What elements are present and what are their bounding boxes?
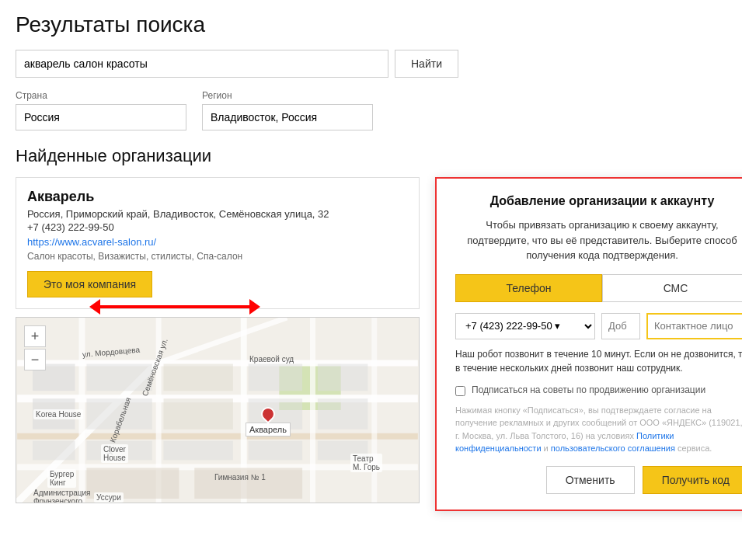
add-org-dialog: ✕ Добавление организации к аккаунту Чтоб… — [435, 177, 742, 511]
svg-rect-20 — [249, 364, 302, 391]
phone-select[interactable]: +7 (423) 222-99-50 ▾ — [455, 313, 595, 339]
svg-rect-19 — [164, 398, 233, 430]
svg-rect-22 — [318, 364, 368, 391]
svg-rect-18 — [164, 364, 233, 391]
my-company-button[interactable]: Это моя компания — [27, 271, 152, 297]
legal-text-2: и — [542, 443, 551, 453]
org-phone: +7 (423) 222-99-50 — [27, 221, 408, 233]
filter-row: Страна Регион — [16, 90, 726, 130]
verification-tabs: Телефон СМС — [455, 274, 742, 302]
org-name: Акварель — [27, 189, 408, 205]
dialog-title: Добавление организации к аккаунту — [455, 194, 742, 208]
svg-rect-27 — [249, 441, 302, 461]
map-background: ул. Мордовцева Краевой суд Администрация… — [16, 318, 419, 503]
clover-house-marker: CloverHouse — [101, 444, 128, 463]
legal-text-1: Нажимая кнопку «Подписаться», вы подтвер… — [455, 405, 742, 440]
svg-rect-26 — [164, 441, 233, 461]
svg-rect-12 — [310, 318, 315, 503]
ussuri-marker: Уссури — [94, 492, 124, 503]
org-website[interactable]: https://www.acvarel-salon.ru/ — [27, 236, 408, 248]
search-input[interactable] — [16, 50, 388, 78]
contact-input[interactable] — [646, 313, 742, 339]
admin-frunze: АдминистрацияФрунзенскогорайона — [33, 489, 91, 503]
svg-rect-13 — [371, 318, 377, 503]
subscribe-label: Подписаться на советы по продвижению орг… — [472, 384, 705, 395]
dialog-description: Чтобы привязать организацию к своему акк… — [455, 217, 742, 263]
gymnasium: Гимназия № 1 — [214, 473, 266, 482]
svg-rect-24 — [33, 441, 75, 461]
legal-text: Нажимая кнопку «Подписаться», вы подтвер… — [455, 404, 742, 455]
zoom-in-button[interactable]: + — [24, 325, 46, 347]
page-title: Результаты поиска — [16, 12, 726, 37]
org-category: Салон красоты, Визажисты, стилисты, Спа-… — [27, 251, 408, 262]
akvarell-pin: Акварель — [246, 407, 291, 437]
cancel-button[interactable]: Отменить — [546, 466, 635, 494]
user-agreement-link[interactable]: пользовательского соглашения — [551, 443, 675, 453]
region-label: Регион — [202, 90, 373, 101]
tab-phone[interactable]: Телефон — [455, 274, 602, 302]
region-filter: Регион — [202, 90, 373, 130]
tab-sms[interactable]: СМС — [602, 274, 742, 302]
country-input[interactable] — [16, 104, 186, 130]
akvarell-pin-label: Акварель — [246, 423, 291, 437]
legal-text-3: сервиса. — [675, 443, 712, 453]
zoom-out-button[interactable]: − — [24, 349, 46, 370]
subscribe-checkbox[interactable] — [455, 386, 465, 396]
map-container: ул. Мордовцева Краевой суд Администрация… — [16, 317, 420, 503]
org-address: Россия, Приморский край, Владивосток, Се… — [27, 208, 408, 220]
get-code-button[interactable]: Получить код — [643, 466, 742, 494]
left-panel: Акварель Россия, Приморский край, Владив… — [16, 177, 420, 511]
search-button[interactable]: Найти — [395, 50, 458, 78]
burger-king-marker: БургерКинг — [47, 469, 76, 488]
map-controls: + − — [24, 325, 46, 370]
org-card: Акварель Россия, Приморский край, Владив… — [16, 177, 420, 309]
korea-house-marker: Korea House — [33, 409, 83, 419]
main-content: Акварель Россия, Приморский край, Владив… — [16, 177, 726, 511]
section-title: Найденные организации — [16, 146, 726, 166]
teatr-marker: ТеатрМ. Горь — [350, 454, 382, 472]
subscribe-row: Подписаться на советы по продвижению орг… — [455, 384, 742, 396]
phone-input-row: +7 (423) 222-99-50 ▾ — [455, 313, 742, 339]
search-row: Найти — [16, 50, 726, 78]
dialog-actions: Отменить Получить код — [455, 466, 742, 494]
kraevoy-sud: Краевой суд — [249, 355, 294, 363]
country-label: Страна — [16, 90, 186, 101]
robot-notice: Наш робот позвонит в течение 10 минут. Е… — [455, 347, 742, 375]
country-filter: Страна — [16, 90, 186, 130]
ext-input[interactable] — [601, 313, 640, 339]
svg-rect-23 — [318, 398, 368, 430]
region-input[interactable] — [202, 104, 373, 130]
